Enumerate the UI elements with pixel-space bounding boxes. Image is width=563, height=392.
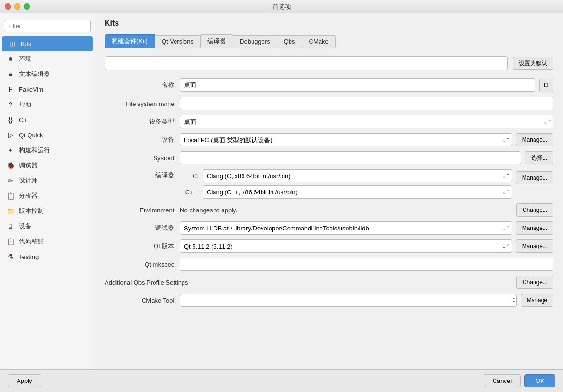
sidebar-icon-analyzer: 📋 — [6, 191, 15, 201]
sidebar-item-kits[interactable]: ⊞ Kits — [2, 36, 93, 51]
filesystem-input[interactable] — [180, 97, 553, 110]
sidebar-label-texteditor: 文本编辑器 — [19, 70, 50, 78]
sidebar-item-versioncontrol[interactable]: 📁 版本控制 — [0, 203, 95, 219]
filter-wrap — [0, 17, 95, 36]
qt-version-row: Qt 版本: Qt 5.11.2 (5.11.2) ⌄⌃ Manage... — [105, 239, 553, 253]
bottom-bar: Apply Cancel OK — [0, 369, 563, 392]
device-type-select-wrap: 桌面 ⌄⌃ — [180, 115, 553, 128]
name-icon-button[interactable]: 🖥 — [539, 78, 553, 92]
tab-kits[interactable]: 构建套件(Kit) — [105, 34, 155, 48]
device-row: 设备: Local PC (桌面 类型的默认设备) ⌄⌃ Manage... — [105, 133, 553, 146]
apply-button[interactable]: Apply — [8, 374, 41, 387]
environment-value: No changes to apply. — [180, 207, 513, 214]
sidebar-icon-debugger: 🐞 — [6, 161, 15, 170]
sidebar-label-testing: Testing — [19, 253, 39, 260]
bottom-right: Cancel OK — [484, 374, 555, 387]
cmake-tool-label: CMake Tool: — [105, 297, 176, 304]
sidebar-icon-cpp: {} — [6, 115, 15, 124]
content-area: Kits 构建套件(Kit)Qt Versions编译器DebuggersQbs… — [95, 13, 563, 369]
page-title: Kits — [95, 13, 563, 29]
tab-bar: 构建套件(Kit)Qt Versions编译器DebuggersQbsCMake — [95, 29, 563, 48]
sidebar-icon-versioncontrol: 📁 — [6, 206, 15, 216]
device-manage-button[interactable]: Manage... — [516, 133, 553, 146]
maximize-button[interactable] — [24, 3, 30, 10]
sysroot-choose-button[interactable]: 选择... — [525, 151, 553, 164]
sidebar-item-buildrun[interactable]: ✦ 构建和运行 — [0, 143, 95, 158]
device-type-select[interactable]: 桌面 — [180, 115, 553, 128]
sidebar-item-qtquick[interactable]: ▷ Qt Quick — [0, 127, 95, 143]
sidebar-label-versioncontrol: 版本控制 — [19, 207, 44, 215]
compiler-cpp-row: C++: Clang (C++, x86 64bit in /usr/bin) … — [180, 185, 512, 199]
chevron-down-icon: ▼ — [512, 300, 516, 304]
sidebar-item-testing[interactable]: ⚗ Testing — [0, 249, 95, 264]
close-button[interactable] — [5, 3, 11, 10]
tab-qbs[interactable]: Qbs — [277, 35, 302, 48]
sidebar-item-devices[interactable]: 🖥 设备 — [0, 219, 95, 234]
sidebar-item-designer[interactable]: ✏ 设计师 — [0, 173, 95, 188]
qt-mkspec-row: Qt mkspec: — [105, 258, 553, 271]
cancel-button[interactable]: Cancel — [484, 374, 521, 387]
sidebar-icon-environment: 🖥 — [6, 54, 15, 64]
set-default-button[interactable]: 设置为默认 — [513, 57, 553, 70]
sidebar-label-help: 帮助 — [19, 100, 31, 109]
sidebar-label-designer: 设计师 — [19, 176, 38, 185]
sidebar-label-analyzer: 分析器 — [19, 191, 38, 200]
tab-qtversions[interactable]: Qt Versions — [155, 35, 201, 48]
cmake-tool-row: CMake Tool: ▲ ▼ Manage — [105, 294, 553, 307]
ok-button[interactable]: OK — [524, 374, 555, 387]
debugger-select-wrap: System LLDB at /Library/Developer/Comman… — [180, 221, 512, 235]
tab-debuggers[interactable]: Debuggers — [233, 35, 277, 48]
environment-change-button[interactable]: Change... — [516, 203, 553, 217]
kit-select-input[interactable] — [105, 56, 508, 70]
sidebar-item-codepaste[interactable]: 📋 代码粘贴 — [0, 234, 95, 249]
sidebar: ⊞ Kits 🖥 环境 ≡ 文本编辑器 F FakeVim ? 帮助 {} C+… — [0, 13, 95, 369]
minimize-button[interactable] — [14, 3, 20, 10]
cmake-stepper[interactable]: ▲ ▼ — [512, 296, 516, 304]
sidebar-item-analyzer[interactable]: 📋 分析器 — [0, 188, 95, 203]
sidebar-icon-devices: 🖥 — [6, 221, 15, 231]
sidebar-icon-kits: ⊞ — [8, 39, 17, 48]
qbs-change-button[interactable]: Change... — [516, 276, 553, 289]
debugger-row: 调试器: System LLDB at /Library/Developer/C… — [105, 221, 553, 235]
device-label: 设备: — [105, 135, 176, 144]
name-label: 名称: — [105, 81, 176, 89]
sidebar-label-qtquick: Qt Quick — [19, 132, 43, 139]
tab-compilers[interactable]: 编译器 — [201, 34, 233, 48]
sidebar-label-debugger: 调试器 — [19, 161, 38, 170]
compiler-c-select[interactable]: Clang (C, x86 64bit in /usr/bin) — [203, 169, 512, 182]
device-type-row: 设备类型: 桌面 ⌄⌃ — [105, 115, 553, 128]
sidebar-item-texteditor[interactable]: ≡ 文本编辑器 — [0, 67, 95, 82]
compiler-c-label: C: — [180, 172, 199, 180]
main-layout: ⊞ Kits 🖥 环境 ≡ 文本编辑器 F FakeVim ? 帮助 {} C+… — [0, 13, 563, 369]
compiler-label: 编译器: — [105, 169, 176, 180]
bottom-left: Apply — [8, 374, 41, 387]
sidebar-item-debugger[interactable]: 🐞 调试器 — [0, 158, 95, 173]
sidebar-label-kits: Kits — [21, 40, 31, 48]
cmake-manage-button[interactable]: Manage — [521, 294, 553, 307]
debugger-label: 调试器: — [105, 224, 176, 232]
sidebar-item-environment[interactable]: 🖥 环境 — [0, 51, 95, 67]
sidebar-items: ⊞ Kits 🖥 环境 ≡ 文本编辑器 F FakeVim ? 帮助 {} C+… — [0, 36, 95, 264]
qt-version-select[interactable]: Qt 5.11.2 (5.11.2) — [180, 239, 512, 253]
sidebar-item-help[interactable]: ? 帮助 — [0, 97, 95, 112]
sysroot-input[interactable] — [180, 151, 521, 164]
qt-version-manage-button[interactable]: Manage... — [516, 239, 553, 253]
qt-mkspec-input[interactable] — [180, 258, 553, 271]
compiler-row: 编译器: C: Clang (C, x86 64bit in /usr/bin)… — [105, 169, 553, 199]
device-select[interactable]: Local PC (桌面 类型的默认设备) — [180, 133, 512, 146]
compiler-manage-button[interactable]: Manage... — [516, 171, 553, 184]
sysroot-label: Sysroot: — [105, 154, 176, 162]
form-area: 设置为默认 名称: 🖥 File system name: 设备类型: — [95, 48, 563, 369]
compiler-cpp-select[interactable]: Clang (C++, x86 64bit in /usr/bin) — [203, 185, 512, 199]
window-controls[interactable] — [5, 3, 30, 10]
tab-cmake[interactable]: CMake — [302, 35, 336, 48]
debugger-select[interactable]: System LLDB at /Library/Developer/Comman… — [180, 221, 512, 235]
debugger-manage-button[interactable]: Manage... — [516, 221, 553, 235]
sidebar-item-cpp[interactable]: {} C++ — [0, 112, 95, 127]
name-input[interactable] — [180, 78, 535, 92]
environment-label: Environment: — [105, 207, 176, 214]
sidebar-item-fakevim[interactable]: F FakeVim — [0, 82, 95, 97]
cmake-tool-input[interactable] — [180, 294, 517, 307]
filter-input[interactable] — [4, 20, 91, 32]
compiler-block: C: Clang (C, x86 64bit in /usr/bin) ⌄⌃ C… — [180, 169, 512, 199]
